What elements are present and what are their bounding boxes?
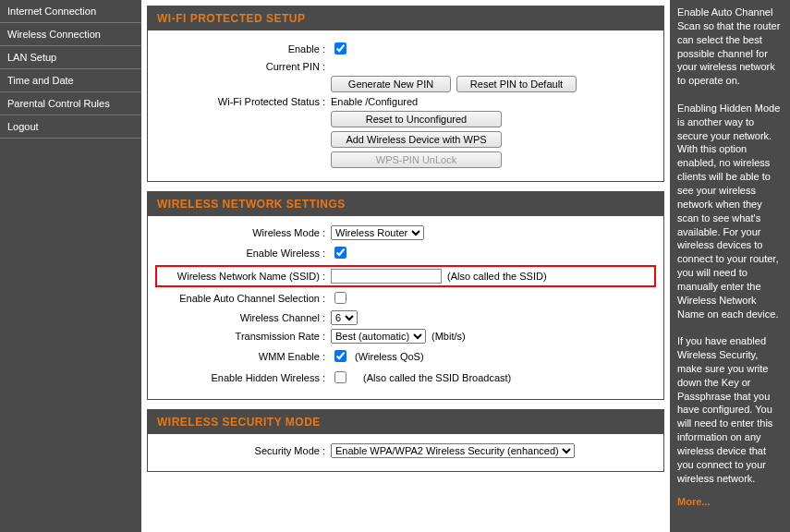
wps-enable-label: Enable : (155, 43, 331, 54)
ssid-input[interactable] (331, 269, 442, 284)
wps-pin-unlock-button: WPS-PIN UnLock (331, 151, 502, 168)
help-paragraph-1: Enable Auto Channel Scan so that the rou… (677, 6, 783, 88)
nav-parental-control[interactable]: Parental Control Rules (0, 92, 141, 115)
panel-security: WIRELESS SECURITY MODE Security Mode : E… (147, 409, 664, 472)
auto-channel-label: Enable Auto Channel Selection : (155, 293, 331, 304)
nav-lan-setup[interactable]: LAN Setup (0, 46, 141, 69)
panel-wps-title: WI-FI PROTECTED SETUP (148, 6, 663, 30)
wireless-mode-label: Wireless Mode : (155, 227, 331, 238)
panel-security-title: WIRELESS SECURITY MODE (148, 410, 663, 434)
nav-wireless-connection[interactable]: Wireless Connection (0, 23, 141, 46)
add-wireless-device-button[interactable]: Add Wireless Device with WPS (331, 131, 502, 148)
panel-wireless: WIRELESS NETWORK SETTINGS Wireless Mode … (147, 191, 664, 400)
ssid-label: Wireless Network Name (SSID) : (157, 271, 331, 282)
wps-status-label: Wi-Fi Protected Status : (155, 96, 331, 107)
wireless-channel-label: Wireless Channel : (155, 312, 331, 323)
help-more-link[interactable]: More... (677, 495, 783, 509)
wps-current-pin-label: Current PIN : (155, 61, 331, 72)
panel-wps: WI-FI PROTECTED SETUP Enable : Current P… (147, 6, 664, 182)
panel-wireless-title: WIRELESS NETWORK SETTINGS (148, 192, 663, 216)
main-content: WI-FI PROTECTED SETUP Enable : Current P… (141, 0, 670, 532)
transmission-rate-select[interactable]: Best (automatic) (331, 329, 426, 344)
nav-internet-connection[interactable]: Internet Connection (0, 0, 141, 23)
reset-pin-default-button[interactable]: Reset PIN to Default (456, 76, 577, 92)
security-mode-select[interactable]: Enable WPA/WPA2 Wireless Security (enhan… (331, 443, 575, 458)
nav-time-date[interactable]: Time and Date (0, 69, 141, 92)
wps-status-value: Enable /Configured (331, 96, 418, 107)
wmm-note: (Wireless QoS) (355, 351, 424, 362)
hidden-wireless-note: (Also called the SSID Broadcast) (363, 372, 511, 383)
wmm-enable-checkbox[interactable] (334, 350, 346, 362)
enable-wireless-checkbox[interactable] (334, 247, 346, 259)
help-sidebar: Enable Auto Channel Scan so that the rou… (670, 0, 790, 532)
hidden-wireless-label: Enable Hidden Wireless : (155, 372, 331, 383)
wireless-channel-select[interactable]: 6 (331, 310, 358, 325)
hidden-wireless-checkbox[interactable] (334, 371, 346, 383)
auto-channel-checkbox[interactable] (334, 292, 346, 304)
wmm-enable-label: WMM Enable : (155, 351, 331, 362)
rate-unit: (Mbit/s) (431, 331, 466, 342)
security-mode-label: Security Mode : (155, 445, 331, 456)
wps-enable-checkbox[interactable] (334, 42, 346, 54)
ssid-note: (Also called the SSID) (447, 271, 547, 282)
sidebar-nav: Internet Connection Wireless Connection … (0, 0, 141, 532)
enable-wireless-label: Enable Wireless : (155, 248, 331, 259)
ssid-highlight-row: Wireless Network Name (SSID) : (Also cal… (155, 265, 656, 287)
help-paragraph-2: Enabling Hidden Mode is another way to s… (677, 102, 783, 321)
wireless-mode-select[interactable]: Wireless Router (331, 225, 424, 240)
generate-pin-button[interactable]: Generate New PIN (331, 76, 451, 92)
reset-unconfigured-button[interactable]: Reset to Unconfigured (331, 111, 502, 127)
help-paragraph-3: If you have enabled Wireless Security, m… (677, 334, 783, 485)
nav-logout[interactable]: Logout (0, 115, 141, 139)
transmission-rate-label: Transmission Rate : (155, 331, 331, 342)
